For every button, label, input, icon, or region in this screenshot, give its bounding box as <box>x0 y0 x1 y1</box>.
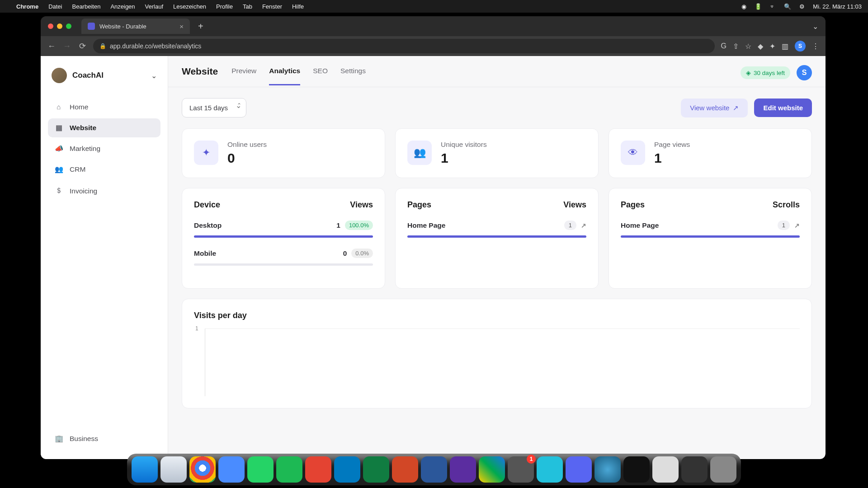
diamond-icon: ◈ <box>746 69 751 76</box>
stat-card-page-views: 👁 Page views 1 <box>609 128 812 178</box>
external-link-icon[interactable]: ↗ <box>794 222 800 229</box>
stat-label: Unique visitors <box>441 141 487 149</box>
user-avatar[interactable]: S <box>797 65 812 80</box>
sidebar-item-label: Business <box>70 435 98 443</box>
dock-app-word[interactable] <box>421 456 447 483</box>
battery-icon[interactable]: 🔋 <box>755 3 762 10</box>
tab-strip: Website - Durable × + ⌄ <box>41 16 826 36</box>
menu-fenster[interactable]: Fenster <box>262 3 282 10</box>
dock-app-trash[interactable] <box>710 456 736 483</box>
megaphone-icon: 📣 <box>54 145 63 153</box>
menu-datei[interactable]: Datei <box>48 3 62 10</box>
menubar-clock[interactable]: Mi. 22. März 11:03 <box>813 3 862 10</box>
view-website-button[interactable]: View website ↗ <box>681 99 748 117</box>
window-controls <box>48 23 71 29</box>
table-row: Desktop 1 100.0% <box>194 221 373 238</box>
menu-hilfe[interactable]: Hilfe <box>292 3 304 10</box>
dock-app-voice-memos[interactable] <box>623 456 650 483</box>
search-icon[interactable]: 🔍 <box>784 3 791 10</box>
dock-app-discord[interactable] <box>566 456 592 483</box>
menu-profile[interactable]: Profile <box>216 3 233 10</box>
edit-website-button[interactable]: Edit website <box>754 99 812 117</box>
date-range-select[interactable]: Last 15 days <box>182 98 246 117</box>
tab-analytics[interactable]: Analytics <box>269 67 300 85</box>
minimize-window-button[interactable] <box>57 23 62 29</box>
google-icon[interactable]: G <box>721 42 726 50</box>
menu-verlauf[interactable]: Verlauf <box>145 3 163 10</box>
menu-bearbeiten[interactable]: Bearbeiten <box>72 3 100 10</box>
extensions-puzzle-icon[interactable]: ✦ <box>769 42 775 51</box>
stat-label: Page views <box>654 141 690 149</box>
controls-row: Last 15 days View website ↗ Edit website <box>168 87 826 128</box>
dock-app-powerpoint[interactable] <box>392 456 418 483</box>
dock-app-zoom[interactable] <box>218 456 245 483</box>
sidebar-item-business[interactable]: 🏢 Business <box>48 429 160 448</box>
sidebar-item-marketing[interactable]: 📣 Marketing <box>48 139 160 158</box>
sidebar-item-label: CRM <box>70 165 85 174</box>
browser-tab[interactable]: Website - Durable × <box>81 19 190 34</box>
sidebar-item-home[interactable]: ⌂ Home <box>48 98 160 117</box>
stat-cards: ✦ Online users 0 👥 Unique visitors 1 <box>168 128 826 178</box>
forward-button[interactable]: → <box>62 42 71 51</box>
new-tab-button[interactable]: + <box>194 21 207 32</box>
stat-card-online-users: ✦ Online users 0 <box>182 128 385 178</box>
chrome-menu-icon[interactable]: ⋮ <box>812 42 819 51</box>
row-count: 1 <box>564 221 576 230</box>
pages-scrolls-card: Pages Scrolls Home Page 1 ↗ <box>609 188 812 289</box>
trial-badge[interactable]: ◈ 30 days left <box>741 66 790 79</box>
tab-list-chevron-icon[interactable]: ⌄ <box>812 22 818 31</box>
dock-app-spotify[interactable] <box>276 456 302 483</box>
menu-lesezeichen[interactable]: Lesezeichen <box>173 3 206 10</box>
tab-preview[interactable]: Preview <box>231 67 256 85</box>
dock-app-drive[interactable] <box>479 456 505 483</box>
menubar-app-name[interactable]: Chrome <box>16 3 38 10</box>
external-link-icon[interactable]: ↗ <box>581 222 586 229</box>
tab-settings[interactable]: Settings <box>340 67 366 85</box>
dock-app-excel[interactable] <box>363 456 389 483</box>
tab-seo[interactable]: SEO <box>313 67 328 85</box>
control-center-icon[interactable]: ⚙ <box>799 3 805 10</box>
table-row: Mobile 0 0.0% <box>194 249 373 266</box>
url-input[interactable]: 🔒 app.durable.co/website/analytics <box>93 39 715 53</box>
record-icon[interactable]: ◉ <box>741 3 746 10</box>
dock-app-settings[interactable]: 1 <box>508 456 534 483</box>
stat-label: Online users <box>227 141 267 149</box>
dock-app-mission-control[interactable] <box>681 456 708 483</box>
dock-app-finder[interactable] <box>132 456 158 483</box>
sidebar-item-invoicing[interactable]: ＄ Invoicing <box>48 181 160 201</box>
wifi-icon[interactable]: ᯤ <box>770 3 776 10</box>
sidebar-item-crm[interactable]: 👥 CRM <box>48 160 160 179</box>
sidebar-item-website[interactable]: ▦ Website <box>48 118 160 137</box>
maximize-window-button[interactable] <box>66 23 71 29</box>
dock-app-trello[interactable] <box>334 456 360 483</box>
back-button[interactable]: ← <box>47 42 56 51</box>
page-tabs: Preview Analytics SEO Settings <box>231 67 366 85</box>
url-text: app.durable.co/website/analytics <box>110 42 201 50</box>
col-pages: Pages <box>407 200 431 210</box>
dock-app-quicktime[interactable] <box>594 456 621 483</box>
dock-app-whatsapp[interactable] <box>247 456 274 483</box>
close-tab-icon[interactable]: × <box>179 23 184 30</box>
visits-chart-card: Visits per day 1 <box>182 299 812 408</box>
external-link-icon: ↗ <box>733 104 739 112</box>
stat-value: 1 <box>441 150 487 166</box>
reload-button[interactable]: ⟳ <box>78 41 87 51</box>
dock-app-todoist[interactable] <box>305 456 331 483</box>
share-icon[interactable]: ⇧ <box>733 42 739 51</box>
workspace-logo-icon <box>52 68 67 83</box>
dock-app-safari[interactable] <box>160 456 187 483</box>
notification-badge: 1 <box>527 455 536 464</box>
workspace-switcher[interactable]: CoachAI ⌄ <box>48 65 160 86</box>
dock-app-app-util[interactable] <box>652 456 679 483</box>
profile-avatar[interactable]: S <box>795 41 806 52</box>
dock-app-app-cyan[interactable] <box>537 456 563 483</box>
menu-tab[interactable]: Tab <box>243 3 252 10</box>
side-panel-icon[interactable]: ▥ <box>782 42 788 51</box>
sidebar-item-label: Invoicing <box>70 187 97 195</box>
extension-color-icon[interactable]: ◆ <box>758 42 763 51</box>
menu-anzeigen[interactable]: Anzeigen <box>110 3 135 10</box>
dock-app-chrome[interactable] <box>189 456 216 483</box>
bookmark-star-icon[interactable]: ☆ <box>745 42 751 51</box>
dock-app-imovie[interactable] <box>450 456 476 483</box>
close-window-button[interactable] <box>48 23 53 29</box>
